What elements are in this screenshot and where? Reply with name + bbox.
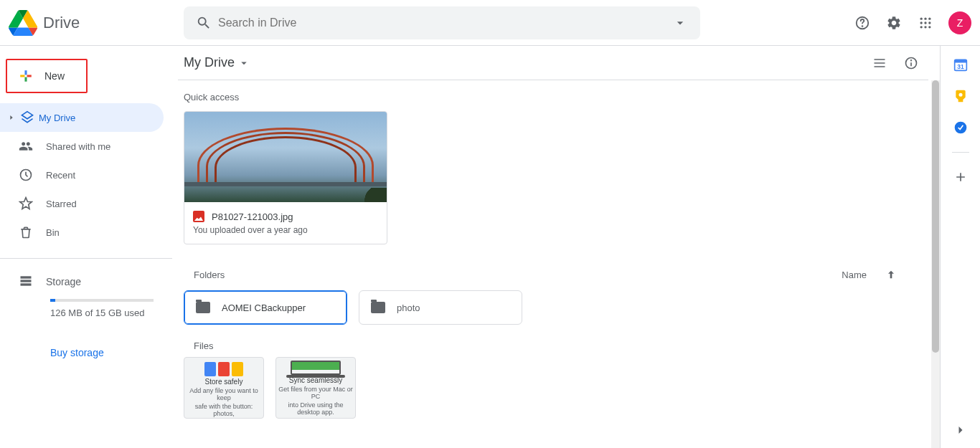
- nav-recent[interactable]: Recent: [0, 161, 164, 189]
- quick-access-title: Quick access: [172, 80, 940, 111]
- nav-my-drive[interactable]: My Drive: [0, 103, 164, 132]
- details-button[interactable]: [897, 49, 925, 77]
- svg-rect-14: [21, 283, 32, 285]
- svg-point-6: [924, 22, 926, 24]
- promo-card[interactable]: Sync seamlessly Get files from your Mac …: [275, 357, 356, 419]
- quick-access-card[interactable]: P81027-121003.jpg You uploaded over a ye…: [184, 111, 387, 244]
- svg-point-2: [920, 17, 923, 19]
- sidebar: New My Drive Shared with me Recent Starr…: [0, 46, 172, 448]
- app-name: Drive: [43, 14, 80, 32]
- breadcrumb[interactable]: My Drive: [181, 55, 250, 70]
- svg-text:31: 31: [957, 63, 964, 70]
- nav-bin[interactable]: Bin: [0, 218, 164, 247]
- svg-point-9: [924, 26, 926, 28]
- nav-starred[interactable]: Starred: [0, 189, 164, 218]
- nav-storage[interactable]: Storage: [0, 267, 172, 296]
- folder-icon: [196, 302, 210, 313]
- trash-icon: [19, 225, 33, 239]
- help-icon: [854, 15, 870, 31]
- sort-control[interactable]: Name: [842, 269, 897, 280]
- hide-side-panel[interactable]: [946, 419, 975, 448]
- clock-icon: [19, 168, 33, 182]
- quick-access-thumbnail: [184, 112, 387, 202]
- dropdown-icon: [673, 16, 687, 30]
- calendar-icon[interactable]: 31: [953, 57, 968, 72]
- my-drive-icon: [20, 110, 34, 125]
- keep-icon[interactable]: [953, 89, 968, 103]
- storage-bar: [50, 299, 154, 302]
- folder-card[interactable]: photo: [359, 290, 522, 325]
- storage-section: Storage 126 MB of 15 GB used Buy storage: [0, 259, 172, 358]
- scrollbar-thumb[interactable]: [932, 80, 939, 353]
- account-avatar[interactable]: Z: [948, 11, 971, 34]
- sort-arrow-up-icon: [885, 269, 897, 280]
- settings-button[interactable]: [880, 9, 908, 37]
- apps-grid-icon: [918, 16, 933, 30]
- gear-icon: [886, 15, 902, 31]
- new-button[interactable]: New: [6, 59, 88, 93]
- svg-point-1: [862, 26, 863, 27]
- info-icon: [904, 56, 918, 70]
- shared-icon: [19, 139, 33, 153]
- laptop-icon: [291, 361, 341, 375]
- side-panel: 31: [940, 46, 980, 448]
- drive-logo-icon: [9, 9, 37, 37]
- search-input[interactable]: [218, 6, 666, 39]
- list-view-button[interactable]: [865, 49, 894, 77]
- promo-card[interactable]: Store safely Add any file you want to ke…: [184, 357, 264, 419]
- dropdown-icon: [237, 57, 250, 70]
- svg-rect-12: [21, 276, 32, 278]
- tasks-icon[interactable]: [953, 120, 968, 135]
- plus-icon: [16, 66, 36, 86]
- expand-icon[interactable]: [7, 114, 16, 121]
- search-bar[interactable]: [184, 6, 700, 39]
- svg-point-4: [928, 17, 930, 19]
- svg-point-8: [920, 26, 923, 28]
- nav-shared[interactable]: Shared with me: [0, 132, 164, 161]
- files-title: Files: [172, 325, 940, 357]
- svg-point-21: [958, 93, 962, 97]
- folders-title: Folders: [194, 270, 225, 280]
- content-header: My Drive: [178, 46, 928, 80]
- svg-point-10: [928, 26, 930, 28]
- list-view-icon: [872, 56, 887, 70]
- image-file-icon: [193, 211, 204, 222]
- chevron-right-icon: [953, 423, 968, 437]
- search-icon: [196, 15, 212, 31]
- svg-point-7: [928, 22, 930, 24]
- new-button-label: New: [44, 70, 65, 82]
- buy-storage-link[interactable]: Buy storage: [0, 318, 172, 358]
- svg-rect-19: [954, 59, 966, 62]
- folder-icon: [371, 302, 385, 313]
- header-actions: Z: [848, 9, 974, 37]
- support-button[interactable]: [848, 9, 877, 37]
- storage-usage-text: 126 MB of 15 GB used: [0, 305, 172, 318]
- star-icon: [19, 196, 33, 211]
- nav-section: My Drive Shared with me Recent Starred B…: [0, 103, 172, 259]
- svg-point-3: [924, 17, 926, 19]
- svg-point-17: [911, 59, 912, 60]
- search-button[interactable]: [189, 9, 218, 37]
- main-content: My Drive Quick access: [172, 46, 940, 448]
- svg-point-5: [920, 22, 923, 24]
- search-options[interactable]: [666, 9, 694, 37]
- folder-card[interactable]: AOMEI CBackupper: [184, 290, 347, 325]
- svg-rect-13: [21, 280, 32, 282]
- scrollbar-track[interactable]: [931, 80, 940, 448]
- quick-access-filename: P81027-121003.jpg: [212, 211, 293, 222]
- apps-button[interactable]: [911, 9, 940, 37]
- app-header: Drive Z: [0, 0, 980, 46]
- app-logo[interactable]: Drive: [9, 9, 184, 37]
- storage-icon: [19, 274, 33, 288]
- quick-access-subtitle: You uploaded over a year ago: [193, 225, 378, 235]
- add-addons-icon[interactable]: [953, 170, 968, 184]
